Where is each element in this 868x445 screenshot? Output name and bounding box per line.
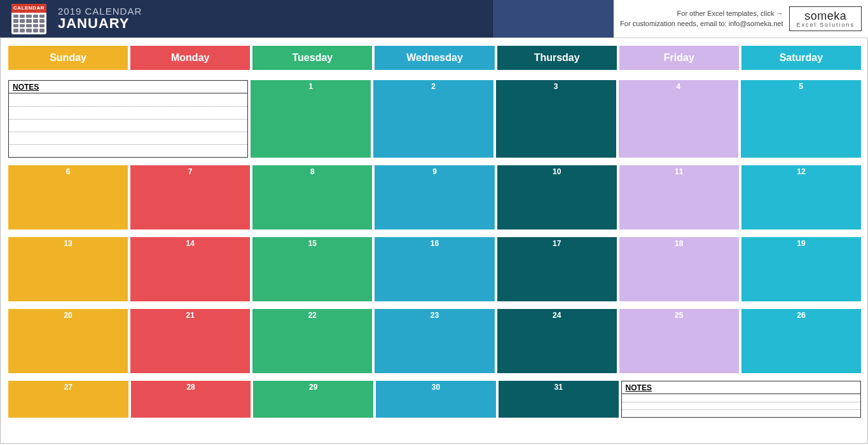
note-line[interactable] (622, 402, 860, 409)
note-line[interactable] (498, 216, 616, 229)
note-line[interactable] (9, 106, 247, 119)
note-line[interactable] (497, 106, 616, 118)
day-cell[interactable]: 30 (376, 381, 496, 418)
note-line[interactable] (9, 203, 127, 216)
note-line[interactable] (498, 250, 616, 263)
note-line[interactable] (9, 263, 127, 275)
note-line[interactable] (375, 178, 493, 191)
note-line[interactable] (376, 401, 495, 409)
note-line[interactable] (9, 334, 127, 347)
note-line[interactable] (620, 288, 738, 301)
note-line[interactable] (742, 347, 860, 360)
note-line[interactable] (131, 322, 249, 334)
note-line[interactable] (253, 216, 371, 229)
note-line[interactable] (742, 275, 860, 288)
note-line[interactable] (253, 250, 371, 263)
note-line[interactable] (742, 178, 860, 191)
day-cell[interactable]: 21 (130, 309, 250, 373)
note-line[interactable] (620, 191, 738, 203)
note-line[interactable] (376, 394, 495, 401)
day-cell[interactable]: 2 (373, 80, 493, 158)
note-line[interactable] (9, 191, 127, 203)
note-line[interactable] (498, 322, 616, 334)
note-line[interactable] (131, 360, 249, 373)
note-line[interactable] (132, 394, 251, 401)
day-cell[interactable]: 23 (375, 309, 494, 373)
day-cell[interactable]: 20 (8, 309, 128, 373)
note-line[interactable] (742, 263, 860, 275)
note-line[interactable] (131, 263, 249, 275)
note-line[interactable] (374, 93, 493, 106)
day-cell[interactable]: 29 (253, 381, 373, 418)
note-line[interactable] (375, 250, 493, 263)
note-line[interactable] (253, 178, 371, 191)
note-line[interactable] (9, 250, 127, 263)
note-line[interactable] (742, 288, 860, 301)
note-line[interactable] (251, 118, 370, 131)
day-cell[interactable]: 5 (741, 80, 861, 158)
note-line[interactable] (374, 106, 493, 118)
note-line[interactable] (254, 394, 373, 401)
day-cell[interactable]: 27 (8, 381, 128, 418)
note-line[interactable] (375, 347, 493, 360)
note-line[interactable] (253, 334, 371, 347)
day-cell[interactable]: 28 (131, 381, 251, 418)
note-line[interactable] (498, 191, 616, 203)
note-line[interactable] (498, 347, 616, 360)
note-line[interactable] (375, 322, 493, 334)
note-line[interactable] (622, 394, 860, 402)
note-line[interactable] (132, 401, 251, 409)
note-line[interactable] (9, 216, 127, 229)
note-line[interactable] (742, 216, 860, 229)
note-line[interactable] (620, 250, 738, 263)
note-line[interactable] (9, 322, 127, 334)
day-cell[interactable]: 22 (252, 309, 372, 373)
note-line[interactable] (9, 347, 127, 360)
note-line[interactable] (374, 118, 493, 131)
note-line[interactable] (9, 178, 127, 191)
note-line[interactable] (9, 132, 247, 144)
note-line[interactable] (254, 401, 373, 409)
note-line[interactable] (375, 263, 493, 275)
note-line[interactable] (620, 275, 738, 288)
day-cell[interactable]: 8 (252, 165, 372, 229)
day-cell[interactable]: 7 (130, 165, 250, 229)
note-line[interactable] (9, 144, 247, 157)
day-cell[interactable]: 17 (497, 237, 617, 301)
note-line[interactable] (741, 106, 860, 118)
note-line[interactable] (620, 322, 738, 334)
day-cell[interactable]: 25 (619, 309, 739, 373)
note-line[interactable] (622, 409, 860, 417)
day-cell[interactable]: 1 (251, 80, 371, 158)
note-line[interactable] (253, 275, 371, 288)
note-line[interactable] (9, 360, 127, 373)
day-cell[interactable]: 15 (252, 237, 372, 301)
note-line[interactable] (251, 131, 370, 144)
note-line[interactable] (131, 334, 249, 347)
day-cell[interactable]: 18 (619, 237, 739, 301)
note-line[interactable] (131, 178, 249, 191)
note-line[interactable] (742, 360, 860, 373)
note-line[interactable] (374, 131, 493, 144)
day-cell[interactable]: 14 (130, 237, 250, 301)
note-line[interactable] (741, 118, 860, 131)
day-cell[interactable]: 3 (496, 80, 616, 158)
note-line[interactable] (375, 191, 493, 203)
note-line[interactable] (498, 275, 616, 288)
note-line[interactable] (131, 203, 249, 216)
day-cell[interactable]: 11 (619, 165, 739, 229)
note-line[interactable] (619, 93, 738, 106)
note-line[interactable] (9, 401, 128, 409)
day-cell[interactable]: 9 (375, 165, 494, 229)
note-line[interactable] (253, 347, 371, 360)
note-line[interactable] (742, 250, 860, 263)
note-line[interactable] (620, 263, 738, 275)
note-line[interactable] (253, 191, 371, 203)
note-line[interactable] (375, 360, 493, 373)
note-line[interactable] (497, 93, 616, 106)
note-line[interactable] (251, 93, 370, 106)
note-line[interactable] (375, 216, 493, 229)
note-line[interactable] (497, 131, 616, 144)
note-line[interactable] (253, 322, 371, 334)
note-line[interactable] (253, 288, 371, 301)
